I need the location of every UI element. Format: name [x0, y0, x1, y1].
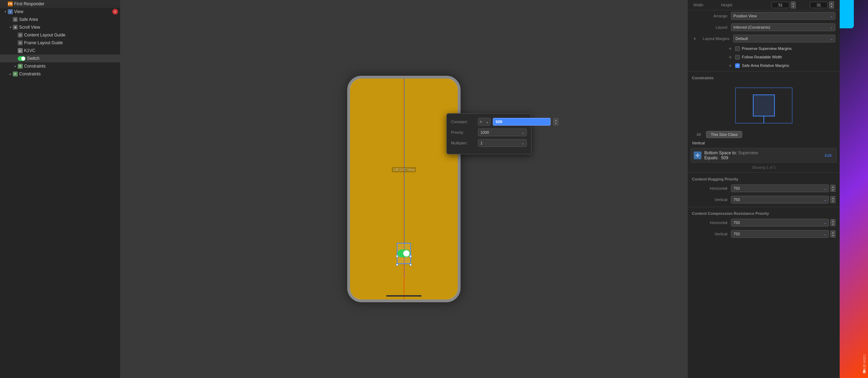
constraint-item[interactable]: Bottom Space to: Superview Equals: 509 E…: [691, 148, 837, 163]
view-item[interactable]: V View ×: [0, 8, 120, 16]
constraint-superview: Superview: [738, 150, 758, 155]
svg-rect-1: [753, 95, 774, 116]
constraints-section: [688, 81, 840, 130]
multiplier-row: Multiplier: 1 ⌄: [451, 139, 527, 147]
constraints-2-item[interactable]: ⊞ Constraints: [0, 70, 120, 78]
eq-arrow: ⌄: [486, 120, 489, 124]
constant-row: Constant: = ⌄ ▲ ▼: [451, 118, 527, 126]
priority-label: Priority:: [451, 130, 476, 134]
arrange-value: Position View: [733, 14, 757, 18]
delete-button[interactable]: ×: [112, 9, 118, 15]
priority-select[interactable]: 1000 ⌄: [478, 128, 527, 136]
safe-area-row: + Safe Area Relative Margins: [688, 61, 840, 70]
vert-hugging-row: Vertical 750 ⌄ ▲ ▼: [688, 194, 840, 205]
vert-comp-down[interactable]: ▼: [830, 234, 835, 237]
scroll-view-item[interactable]: ⊞ Scroll View: [0, 23, 120, 31]
canvas-area[interactable]: UIK1VC·View Constant:: [120, 0, 687, 378]
preserve-plus[interactable]: +: [727, 46, 733, 51]
first-responder-item[interactable]: FR First Responder: [0, 0, 120, 8]
horiz-hugging-select[interactable]: 750 ⌄: [731, 184, 829, 192]
height-input[interactable]: 31: [810, 2, 828, 8]
phone-container: UIK1VC·View: [347, 76, 461, 302]
showing-text: Showing 1 of 3: [688, 164, 840, 171]
safe-area-icon: ⊡: [13, 17, 18, 22]
multiplier-label: Multiplier:: [451, 141, 476, 145]
constraints-1-arrow: [13, 64, 18, 69]
constraints-1-item[interactable]: ⊞ Constraints: [0, 62, 120, 70]
multiplier-select[interactable]: 1 ⌄: [478, 139, 527, 147]
handle-bl: [396, 264, 398, 266]
layout-label: Layout: [692, 25, 731, 29]
horiz-comp-down[interactable]: ▼: [830, 223, 835, 226]
horiz-comp-up[interactable]: ▲: [830, 219, 835, 223]
height-up[interactable]: ▲: [829, 1, 834, 5]
constraint-link-icon: [695, 153, 700, 158]
horiz-hugging-row: Horizontal 750 ⌄ ▲ ▼: [688, 183, 840, 194]
constant-stepper: ▲ ▼: [553, 118, 558, 125]
height-stepbtns: ▲ ▼: [829, 1, 834, 8]
frame-layout-label: Frame Layout Guide: [24, 40, 63, 45]
priority-arrow: ⌄: [521, 130, 524, 135]
horiz-comp-row: Horizontal 750 ⌄ ▲ ▼: [688, 217, 840, 228]
constraints-2-label: Constraints: [19, 71, 41, 76]
horiz-hugging-down[interactable]: ▼: [830, 188, 835, 192]
tab-this-size-class[interactable]: This Size Class: [706, 131, 742, 138]
constant-up[interactable]: ▲: [553, 118, 558, 122]
frame-layout-item[interactable]: ⊡ Frame Layout Guide: [0, 39, 120, 47]
compression-header: Content Compression Resistance Priority: [688, 208, 840, 217]
vert-hugging-select[interactable]: 750 ⌄: [731, 196, 829, 204]
layout-row: Layout Inferred (Constraints) ⌄: [688, 22, 840, 33]
readable-plus[interactable]: +: [727, 54, 733, 60]
k1vc-label: K1VC: [24, 48, 35, 53]
layout-arrow: ⌄: [830, 25, 833, 29]
constant-down[interactable]: ▼: [553, 122, 558, 125]
vert-comp-up[interactable]: ▲: [830, 230, 835, 234]
arrange-dropdown[interactable]: Position View ⌄: [731, 12, 835, 20]
horiz-hugging-arrow: ⌄: [824, 187, 827, 190]
divider-1: [688, 71, 840, 71]
width-up[interactable]: ▲: [791, 1, 796, 5]
margins-value: Default: [735, 36, 748, 41]
horiz-hugging-up[interactable]: ▲: [830, 185, 835, 188]
safe-area-label: Safe Area Relative Margins: [742, 63, 789, 68]
constraint-equals-label: Equals:: [704, 155, 718, 160]
width-down[interactable]: ▼: [791, 5, 796, 8]
vert-hugging-arrow: ⌄: [824, 198, 827, 202]
constant-input[interactable]: [493, 118, 551, 126]
multiplier-value: 1: [480, 141, 483, 145]
vert-hugging-stepper: ▲ ▼: [830, 196, 835, 203]
left-panel: FR First Responder V View × ⊡ Safe Area …: [0, 0, 120, 378]
switch-item[interactable]: Switch: [0, 55, 120, 62]
k1vc-item[interactable]: L K1VC: [0, 47, 120, 55]
handle-tr: [410, 255, 412, 257]
tab-all[interactable]: All: [692, 131, 705, 138]
vert-hugging-up[interactable]: ▲: [830, 196, 835, 200]
preserve-checkbox[interactable]: [735, 46, 740, 51]
eq-value: =: [480, 120, 482, 124]
readable-checkbox[interactable]: [735, 55, 740, 59]
constraint-svg: [728, 84, 799, 127]
margins-plus[interactable]: +: [692, 36, 698, 41]
content-layout-item[interactable]: ⊡ Content Layout Guide: [0, 31, 120, 39]
safe-area-item[interactable]: ⊡ Safe Area: [0, 16, 120, 23]
vert-comp-select[interactable]: 750 ⌄: [731, 230, 829, 238]
size-numbers: Width Height 51 ▲ ▼ 31 ▲ ▼: [688, 0, 840, 10]
safe-area-plus[interactable]: +: [727, 63, 733, 68]
width-input[interactable]: 51: [772, 2, 789, 8]
constant-eq-dropdown[interactable]: = ⌄: [478, 118, 491, 126]
margins-dropdown[interactable]: Default ⌄: [733, 35, 835, 42]
vert-hugging-down[interactable]: ▼: [830, 200, 835, 203]
height-down[interactable]: ▼: [829, 5, 834, 8]
phone-body: UIK1VC·View: [347, 76, 461, 302]
layout-dropdown[interactable]: Inferred (Constraints) ⌄: [731, 23, 835, 31]
edit-button[interactable]: Edit: [823, 153, 834, 158]
handle-br: [410, 264, 412, 266]
horiz-comp-select[interactable]: 750 ⌄: [731, 219, 829, 227]
safe-area-checkbox[interactable]: [735, 63, 740, 68]
handle-tl: [396, 255, 398, 257]
vert-hugging-label: Vertical: [692, 197, 731, 202]
margins-label: Layout Margins: [698, 36, 733, 41]
scroll-view-label: Scroll View: [19, 25, 40, 30]
constraints-2-arrow: [8, 71, 13, 76]
vert-comp-value: 750: [733, 232, 740, 236]
